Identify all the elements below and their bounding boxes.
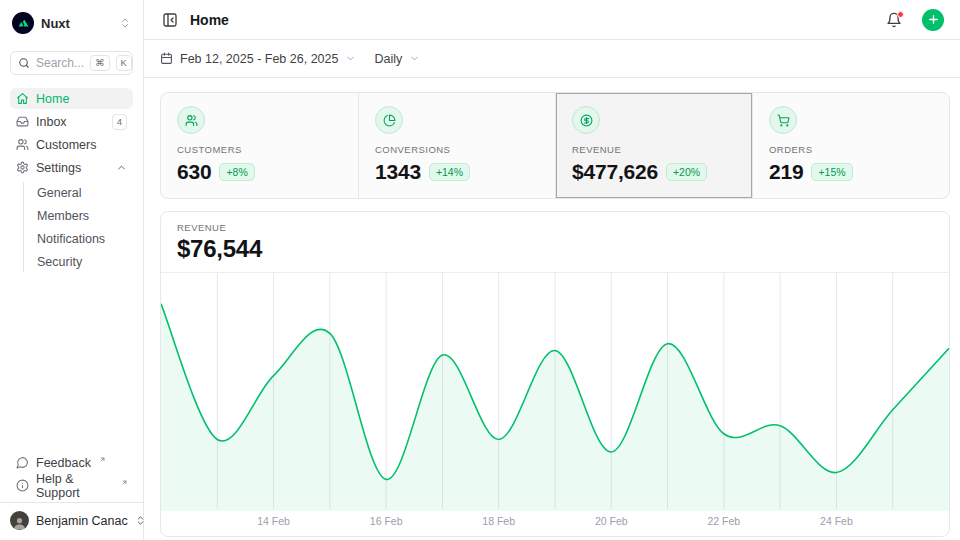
stat-card-revenue[interactable]: REVENUE $477,626 +20% (555, 93, 752, 198)
sidebar-item-notifications[interactable]: Notifications (33, 228, 133, 249)
period-select[interactable]: Daily (374, 52, 420, 66)
date-range-value: Feb 12, 2025 - Feb 26, 2025 (180, 52, 338, 66)
inbox-icon (16, 115, 29, 128)
x-axis-ticks: 14 Feb16 Feb18 Feb20 Feb22 Feb24 Feb (161, 511, 949, 536)
stat-value: 630 (177, 160, 211, 184)
stat-delta-badge: +15% (811, 163, 852, 181)
app-root: Nuxt Search... ⌘ K Home (0, 0, 960, 540)
stat-label: CUSTOMERS (177, 144, 342, 155)
chart-kicker: REVENUE (177, 222, 933, 233)
sidebar-subitem-label: Members (37, 209, 89, 223)
nuxt-logo-icon (12, 12, 34, 34)
sidebar-item-general[interactable]: General (33, 182, 133, 203)
stat-delta-badge: +14% (429, 163, 470, 181)
sidebar-item-label: Help & Support (36, 472, 113, 500)
x-tick-label: 20 Feb (595, 515, 628, 527)
chart-value: $76,544 (177, 235, 933, 263)
chevron-down-icon (345, 53, 356, 64)
chevron-up-icon (116, 162, 127, 173)
search-placeholder: Search... (36, 56, 84, 70)
notifications-button[interactable] (884, 10, 904, 30)
stat-card-conversions[interactable]: CONVERSIONS 1343 +14% (358, 93, 555, 198)
sidebar: Nuxt Search... ⌘ K Home (0, 0, 144, 540)
date-range-picker[interactable]: Feb 12, 2025 - Feb 26, 2025 (160, 52, 356, 66)
search-icon (18, 57, 30, 69)
info-circle-icon (16, 479, 29, 492)
external-link-icon (121, 479, 128, 486)
sidebar-item-inbox[interactable]: Inbox 4 (10, 111, 133, 132)
stat-label: CONVERSIONS (375, 144, 539, 155)
external-link-icon (99, 456, 106, 463)
sidebar-item-label: Home (36, 92, 69, 106)
sidebar-nav: Home Inbox 4 Customers Setting (10, 88, 133, 272)
chart-canvas (161, 273, 949, 511)
stat-value: 219 (769, 160, 803, 184)
sidebar-footer: Feedback Help & Support (10, 452, 133, 502)
stats-row: CUSTOMERS 630 +8% CONVERSIONS 1343 +14% (160, 92, 950, 199)
pie-chart-icon (375, 106, 403, 134)
sidebar-item-label: Customers (36, 138, 96, 152)
revenue-chart-panel: REVENUE $76,544 14 Feb16 Feb18 Feb20 Feb… (160, 211, 950, 537)
collapse-sidebar-button[interactable] (160, 10, 180, 30)
sidebar-item-home[interactable]: Home (10, 88, 133, 109)
kbd-cmd: ⌘ (90, 55, 110, 71)
sidebar-subitem-label: General (37, 186, 81, 200)
sidebar-item-settings[interactable]: Settings (10, 157, 133, 178)
stat-value: 1343 (375, 160, 421, 184)
avatar (10, 511, 29, 530)
sidebar-item-members[interactable]: Members (33, 205, 133, 226)
users-icon (16, 138, 29, 151)
house-icon (16, 92, 29, 105)
page-header: Home (144, 0, 960, 40)
message-circle-icon (16, 456, 29, 469)
stat-label: ORDERS (769, 144, 933, 155)
notification-dot (897, 11, 904, 18)
users-icon (177, 106, 205, 134)
calendar-icon (160, 52, 173, 65)
team-name: Nuxt (41, 16, 112, 31)
filter-toolbar: Feb 12, 2025 - Feb 26, 2025 Daily (144, 40, 960, 78)
kbd-k: K (116, 55, 132, 71)
user-name: Benjamin Canac (36, 514, 128, 528)
chevron-down-icon (409, 53, 420, 64)
sidebar-item-label: Settings (36, 161, 81, 175)
x-tick-label: 18 Feb (482, 515, 515, 527)
sidebar-subitem-label: Security (37, 255, 82, 269)
inbox-count-badge: 4 (112, 114, 127, 130)
x-tick-label: 24 Feb (820, 515, 853, 527)
chart-header: REVENUE $76,544 (161, 212, 949, 273)
x-tick-label: 16 Feb (370, 515, 403, 527)
stat-card-orders[interactable]: ORDERS 219 +15% (752, 93, 949, 198)
panel-left-close-icon (162, 12, 178, 28)
stat-label: REVENUE (572, 144, 736, 155)
team-switcher[interactable]: Nuxt (10, 8, 133, 38)
sidebar-item-security[interactable]: Security (33, 251, 133, 272)
plus-icon (927, 13, 940, 26)
sidebar-item-label: Inbox (36, 115, 67, 129)
main-area: Home Feb 12, 2025 - Feb 26, 2025 (144, 0, 960, 540)
sidebar-item-customers[interactable]: Customers (10, 134, 133, 155)
settings-subnav: General Members Notifications Security (23, 182, 133, 272)
stat-delta-badge: +20% (666, 163, 707, 181)
gear-icon (16, 161, 29, 174)
add-button[interactable] (922, 9, 944, 31)
dollar-circle-icon (572, 106, 600, 134)
stat-value: $477,626 (572, 160, 658, 184)
dashboard-content: CUSTOMERS 630 +8% CONVERSIONS 1343 +14% (144, 78, 960, 540)
sidebar-item-label: Feedback (36, 456, 91, 470)
cart-icon (769, 106, 797, 134)
search-input[interactable]: Search... ⌘ K (10, 51, 133, 75)
user-menu[interactable]: Benjamin Canac (0, 502, 143, 532)
revenue-area-chart[interactable] (161, 273, 949, 511)
chevrons-up-down-icon (119, 17, 131, 29)
period-value: Daily (374, 52, 402, 66)
sidebar-item-feedback[interactable]: Feedback (10, 452, 133, 473)
x-tick-label: 14 Feb (257, 515, 290, 527)
stat-card-customers[interactable]: CUSTOMERS 630 +8% (161, 93, 358, 198)
sidebar-item-help-support[interactable]: Help & Support (10, 475, 133, 496)
stat-delta-badge: +8% (219, 163, 254, 181)
page-title: Home (190, 12, 874, 28)
sidebar-subitem-label: Notifications (37, 232, 105, 246)
x-tick-label: 22 Feb (707, 515, 740, 527)
